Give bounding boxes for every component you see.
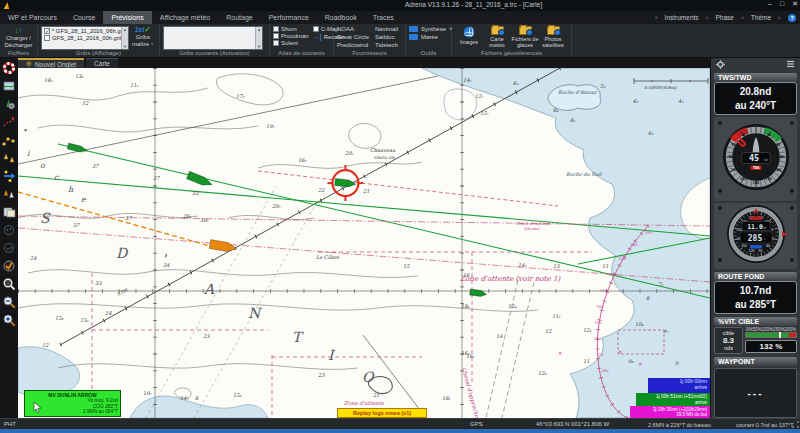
depth-sounding: 14 [496,333,503,339]
ais-vessel[interactable] [187,171,213,185]
tool-marée[interactable]: Marée [409,34,448,40]
ais-vessel[interactable] [470,289,487,297]
zoom-window-icon[interactable] [1,276,17,292]
status-bar: PHT GPS 46°03.693 N 001°21.806 W 2.6MN à… [0,418,800,429]
georef-fichiers-de-glaces[interactable]: Fichiers de glaces [511,26,539,49]
route-icon[interactable] [1,114,17,130]
gribs-maitre-button[interactable]: 1st✓ Gribs maître ˅ [132,26,154,49]
georef-images[interactable]: Images [455,26,483,49]
atlas-checkbox-shom[interactable]: ✓Shom [273,26,309,32]
boat-settings-icon[interactable] [1,96,17,112]
depth-sounding: 23 [203,333,210,339]
compass-gauge: 0306090120150180210240270300330 11.0 nd … [714,203,797,269]
depth-sounding: 19₅ [266,123,275,129]
view-tab-bar: ⊕Nouvel OngletCarte [18,58,710,68]
gribs-courants-list[interactable]: ▲▼ [163,26,263,50]
chart-icon[interactable] [1,78,17,94]
chart-area[interactable]: 18₂13₀11₁1217₂19₅37273337372426₅30₅34331… [18,68,710,418]
marks-icon[interactable] [1,150,17,166]
resize-grip[interactable] [792,421,799,428]
maximize-icon[interactable]: □ [780,0,784,8]
depth-sounding: 20₅ [272,203,281,209]
menu-tab-wp-et-parcours[interactable]: WP et Parcours [0,11,65,24]
routing-result-magenta[interactable]: 3j 19h 30mn (+2j19h29mn)39.5 MN du but [630,406,710,418]
depth-sounding: 37 [125,215,132,221]
ais-vessel[interactable] [67,143,87,152]
menu-tab-performance[interactable]: Performance [261,11,317,24]
ais-info-box[interactable]: MV DUNLIN ARROW Vit moy. 9.2ndCOG 282°T2… [24,390,121,417]
atlas-checkbox-solent[interactable]: ✓Solent [273,40,309,46]
chart-label: N [248,305,263,321]
menu-bar: WP et ParcoursCoursePrévisionsAffichage … [0,11,800,24]
minimize-icon[interactable]: – [768,0,772,8]
svg-text:150: 150 [741,244,747,248]
compass-degree-label: 290 [595,321,603,325]
depth-sounding: 15 [403,263,410,269]
ais-vessel[interactable] [335,179,356,187]
georef-photos-satellites[interactable]: Photos satellites [539,26,567,49]
menu-tab-roadbook[interactable]: Roadbook [317,11,365,24]
menu-tab-routage[interactable]: Routage [218,11,260,24]
fleet-icon[interactable] [1,186,17,202]
help-icon[interactable]: ? [788,14,796,22]
routing-result-green[interactable]: 1j 00h 51mn (+51mn02)arrivé [636,393,710,406]
circle-a-icon[interactable] [1,222,17,238]
ribbon-group-outils: Synthèse˅Marée Outils [406,24,452,57]
menu-tab-pr-visions[interactable]: Prévisions [103,11,151,24]
svg-text:90: 90 [728,155,732,159]
waypoint-title: WAYPOINT [714,357,797,366]
circle-b-icon[interactable] [1,240,17,256]
zoom-out-icon[interactable] [1,294,17,310]
grib-list[interactable]: ▲▼ ✓* GFS_28_11_2016_06h.grib2GFS_28_11_… [41,26,129,50]
zoom-in-icon[interactable] [1,312,17,328]
checkbox-icon: ✓ [273,33,279,39]
instruments-panel: TWS/TWD 20.8nd au 240°T 3030606090901201… [710,58,800,418]
ais-vessel[interactable] [209,240,236,252]
atlas-checkbox-proudman[interactable]: ✓Proudman [273,33,309,39]
provider-predictwind[interactable]: Predictwind [337,42,369,48]
tool-synthèse[interactable]: Synthèse˅ [409,26,448,32]
compass-check-icon[interactable] [1,258,17,274]
chart-pages-icon[interactable] [1,204,17,220]
svg-text:180: 180 [753,181,759,185]
chart-label: Zone d'attente [344,400,385,406]
start-line-icon[interactable] [1,168,17,184]
georef-carte-météo[interactable]: Carte météo [483,26,511,49]
close-icon[interactable]: ✕ [792,0,798,8]
depth-sounding: 16₂ [298,157,307,163]
view-tab-nouvel-onglet[interactable]: ⊕Nouvel Onglet [18,58,84,68]
gear-icon[interactable] [716,60,725,69]
chart-label: ✕ [558,350,562,356]
gribs-courants-scrollbar[interactable]: ▲▼ [255,27,262,49]
collapse-ribbon-icon[interactable]: ˄ [655,15,658,21]
depth-sounding: 15₈ [233,392,242,398]
menu-theme[interactable]: Thème [751,14,771,21]
synthèse-icon [409,26,418,32]
menu-tab-course[interactable]: Course [65,11,104,24]
menu-icon[interactable] [786,60,795,68]
menu-tab-affichage-m-t-o[interactable]: Affichage météo [152,11,218,24]
depth-sounding: 15₈ [55,315,64,321]
recaler-icon: →| [313,33,322,40]
provider-noaa[interactable]: NOAA [337,26,369,32]
provider-great-circle[interactable]: Great Circle [337,34,369,40]
view-tab-carte[interactable]: Carte [86,58,118,68]
routing-result-blue[interactable]: 1j 00h 00mnarrivé [648,378,710,393]
chart-label: Zone d'attente (voir note 1) [460,274,562,283]
grib-list-scrollbar[interactable]: ▲▼ [121,27,128,49]
provider-saildoc[interactable]: Saildoc [375,34,398,40]
menu-instruments[interactable]: Instruments [665,14,699,21]
marks-path-icon[interactable] [1,132,17,148]
chart-label: 0.50MN(926m) [644,85,677,90]
menu-tab-traces[interactable]: Traces [365,11,402,24]
depth-sounding: 37 [73,222,80,228]
grib-item[interactable]: ✓* GFS_28_11_2016_06h.grib2 [42,27,128,34]
depth-sounding: 12₂ [583,327,592,333]
provider-tidetech[interactable]: Tidetech [375,42,398,48]
replay-logs-button[interactable]: Replay logs nmea (x1) [337,408,427,418]
menu-phase[interactable]: Phase [715,14,733,21]
grib-item[interactable]: GFS_28_11_2016_00h.grib2 [42,34,128,41]
chart-label: S [40,210,51,226]
life-ring-icon[interactable] [1,60,17,76]
provider-navimail[interactable]: Navimail [375,26,398,32]
